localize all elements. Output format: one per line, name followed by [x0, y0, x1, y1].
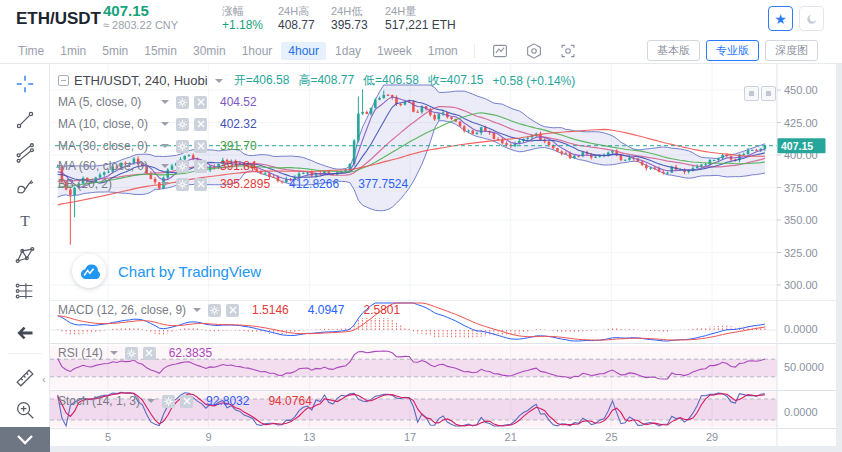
- night-mode-button[interactable]: [799, 6, 824, 31]
- hide-drawings-arrow-tool[interactable]: [12, 322, 38, 348]
- time-tick-label: 9: [206, 431, 212, 443]
- indicator-row[interactable]: BB (20, 2)395.2895412.8266377.7524: [58, 177, 408, 191]
- pane-indicator-row[interactable]: MACD (12, 26, close, 9)1.51464.09472.580…: [58, 303, 400, 317]
- chevron-down-icon[interactable]: [161, 100, 169, 104]
- mode-button-2[interactable]: 深度图: [765, 40, 818, 61]
- measure-ruler-tool[interactable]: [12, 367, 38, 393]
- pane-tick-label: 0.0000: [784, 323, 818, 335]
- interval-1week[interactable]: 1week: [370, 42, 419, 60]
- pane-indicator-row[interactable]: RSI (14)62.3835: [58, 346, 212, 360]
- interval-time[interactable]: Time: [11, 42, 51, 60]
- pattern-xabcd-icon: [14, 244, 36, 270]
- gear-icon[interactable]: [176, 178, 189, 191]
- indicator-label[interactable]: MA (5, close, 0): [58, 95, 154, 109]
- toolbar-icons: [483, 42, 585, 60]
- indicator-row[interactable]: MA (30, close, 0)391.70: [58, 139, 257, 153]
- close-icon[interactable]: [194, 140, 207, 153]
- sidebar-divider: [8, 353, 42, 354]
- cursor-crosshair-tool[interactable]: [12, 73, 38, 99]
- close-icon[interactable]: [143, 347, 156, 360]
- sidebar-collapse-icon[interactable]: ‹: [42, 373, 46, 385]
- indicator-label[interactable]: MA (30, close, 0): [58, 139, 154, 153]
- gear-icon[interactable]: [176, 118, 189, 131]
- moon-icon: [805, 12, 819, 26]
- interval-30min[interactable]: 30min: [186, 42, 233, 60]
- brush-icon: [14, 175, 36, 201]
- interval-1hour[interactable]: 1hour: [235, 42, 280, 60]
- ohlc-item-4: +0.58 (+0.14%): [493, 74, 576, 88]
- gear-icon[interactable]: [176, 96, 189, 109]
- position-tool-tool[interactable]: [12, 280, 38, 306]
- chevron-down-icon[interactable]: [215, 79, 223, 83]
- text-tool[interactable]: T: [12, 210, 38, 236]
- ohlc-item-0: 开=406.58: [234, 72, 290, 89]
- zoom-in-tool[interactable]: [12, 399, 38, 425]
- indicator-label[interactable]: RSI (14): [58, 346, 103, 360]
- gear-icon[interactable]: [125, 347, 138, 360]
- indicator-label[interactable]: Stoch (14, 1, 3): [58, 394, 140, 408]
- interval-1min[interactable]: 1min: [53, 42, 93, 60]
- gear-icon[interactable]: [162, 395, 175, 408]
- interval-15min[interactable]: 15min: [137, 42, 184, 60]
- gann-tools-tool[interactable]: [12, 142, 38, 168]
- brush-tool[interactable]: [12, 175, 38, 201]
- price-tick-label: 425.00: [784, 117, 818, 129]
- pane-indicator-row[interactable]: Stoch (14, 1, 3)92.803294.0764: [58, 394, 312, 408]
- screenshot-icon[interactable]: [557, 42, 579, 60]
- collapse-legend-icon[interactable]: [58, 75, 69, 86]
- change-column: 涨幅 +1.18%: [222, 4, 263, 33]
- close-icon[interactable]: [194, 160, 207, 173]
- chevron-down-icon[interactable]: [110, 351, 118, 355]
- chart-widget-icon-1[interactable]: [744, 86, 759, 101]
- time-axis[interactable]: 591317212529: [105, 431, 718, 443]
- close-icon[interactable]: [194, 178, 207, 191]
- mode-button-1[interactable]: 专业版: [706, 40, 759, 61]
- legend-title[interactable]: ETH/USDT, 240, Huobi: [74, 73, 208, 88]
- tradingview-attribution[interactable]: Chart by TradingView: [72, 254, 261, 288]
- indicator-row[interactable]: MA (60, close, 0)391.84: [58, 159, 257, 173]
- favorite-button[interactable]: ★: [768, 6, 793, 31]
- trend-line-tool[interactable]: [12, 109, 38, 135]
- indicator-label[interactable]: MA (10, close, 0): [58, 117, 154, 131]
- chevron-down-icon[interactable]: [161, 164, 169, 168]
- indicator-label[interactable]: BB (20, 2): [58, 177, 154, 191]
- change-value: +1.18%: [222, 18, 263, 33]
- pattern-xabcd-tool[interactable]: [12, 244, 38, 270]
- indicator-icon[interactable]: [523, 42, 545, 60]
- chart-widget-icon-2[interactable]: [761, 86, 776, 101]
- close-icon[interactable]: [194, 96, 207, 109]
- chevron-down-icon[interactable]: [161, 122, 169, 126]
- close-icon[interactable]: [194, 118, 207, 131]
- indicator-value: 62.3835: [169, 346, 212, 360]
- indicator-label[interactable]: MA (60, close, 0): [58, 159, 154, 173]
- price-tick-label: 350.00: [784, 214, 818, 226]
- close-icon[interactable]: [180, 395, 193, 408]
- interval-4hour[interactable]: 4hour: [281, 42, 326, 60]
- indicator-row[interactable]: MA (5, close, 0)404.52: [58, 95, 257, 109]
- indicator-label[interactable]: MACD (12, 26, close, 9): [58, 303, 186, 317]
- interval-1day[interactable]: 1day: [328, 42, 368, 60]
- ohlc-item-2: 低=406.58: [363, 72, 419, 89]
- cursor-crosshair-icon: [14, 73, 36, 99]
- sidebar-scroll-down-button[interactable]: [0, 427, 50, 452]
- price-axis[interactable]: 450.00425.00400.00375.00350.00325.00300.…: [777, 84, 826, 418]
- mode-button-0[interactable]: 基本版: [647, 40, 700, 61]
- indicator-row[interactable]: MA (10, close, 0)402.32: [58, 117, 257, 131]
- mode-bar: 基本版专业版深度图: [647, 40, 818, 61]
- gear-icon[interactable]: [208, 304, 221, 317]
- interval-1mon[interactable]: 1mon: [421, 42, 465, 60]
- symbol-legend[interactable]: ETH/USDT, 240, Huobi开=406.58高=408.77低=40…: [58, 72, 575, 89]
- chevron-down-icon[interactable]: [147, 399, 155, 403]
- chevron-down-icon[interactable]: [193, 308, 201, 312]
- kline-style-icon[interactable]: [489, 42, 511, 60]
- time-tick-label: 17: [404, 431, 416, 443]
- gear-icon[interactable]: [176, 140, 189, 153]
- chevron-down-icon[interactable]: [161, 144, 169, 148]
- chevron-down-icon[interactable]: [161, 182, 169, 186]
- close-icon[interactable]: [226, 304, 239, 317]
- price-tick-label: 300.00: [784, 279, 818, 291]
- indicator-value: 404.52: [220, 95, 257, 109]
- interval-5min[interactable]: 5min: [95, 42, 135, 60]
- gear-icon[interactable]: [176, 160, 189, 173]
- high-column: 24H高 408.77: [278, 4, 315, 33]
